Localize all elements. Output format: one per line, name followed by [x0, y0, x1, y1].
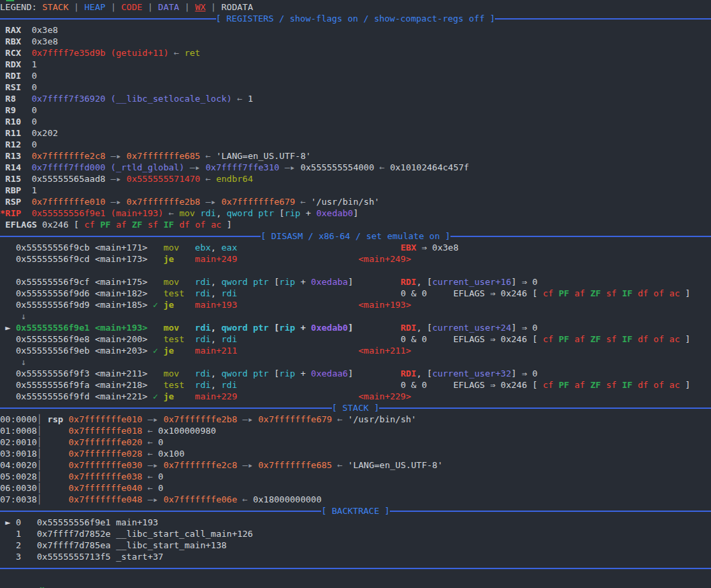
divider-line: [495, 18, 711, 20]
disasm-row: 0x55555556f9cf <main+175> mov rdi, qword…: [0, 276, 711, 288]
text-segment: [237, 334, 401, 344]
text-segment: [0, 197, 5, 207]
register-row: R12 0: [0, 139, 711, 150]
text-segment: [427, 380, 453, 390]
text-segment: 0 & 0: [401, 288, 427, 298]
text-segment: 03:0018: [0, 449, 37, 459]
text-segment: [21, 25, 32, 35]
text-segment: [42, 437, 69, 447]
text-segment: 0x7ffff7e35d9b (getuid+11): [32, 48, 169, 58]
register-row: EFLAGS 0x246 [ cf PF af ZF sf IF df of a…: [0, 219, 711, 230]
backtrace-header-title: [ BACKTRACE ]: [321, 505, 390, 517]
text-segment: [0, 117, 5, 127]
legend-line: LEGEND: STACK | HEAP | CODE | DATA | WX …: [0, 1, 711, 13]
text-segment: EFLAGS: [5, 220, 37, 230]
text-segment: [0, 94, 5, 104]
text-segment: [617, 380, 622, 390]
divider-line: [390, 511, 711, 512]
text-segment: 0: [158, 471, 164, 482]
text-segment: [142, 220, 147, 230]
text-segment: 06:0030: [0, 483, 37, 493]
backtrace-row: 3 0x5555555713f5 _start+37: [0, 551, 711, 562]
register-row: RBX 0x3e8: [0, 36, 711, 47]
disasm-row: ► 0x55555556f9e1 <main+193> mov rdi, qwo…: [0, 322, 711, 333]
text-segment: [42, 483, 69, 493]
disasm-row: 0x55555556f9d9 <main+185> ✓ je main+193 …: [0, 299, 711, 311]
text-segment: PF: [100, 220, 111, 230]
text-segment: ,: [211, 380, 222, 390]
divider-line: [0, 236, 261, 237]
text-segment: rdi: [200, 208, 215, 218]
text-segment: [664, 380, 669, 390]
text-segment: 1: [32, 185, 37, 195]
stack-row: 00:0000│ rsp 0x7fffffffe010 —▸ 0x7ffffff…: [0, 414, 711, 425]
text-segment: af: [574, 334, 585, 344]
text-segment: je: [164, 254, 195, 264]
text-segment: ZF: [132, 220, 143, 230]
text-segment: cf: [84, 220, 95, 230]
disasm-row: 0x55555556f9cd <main+173> je main+249 <m…: [0, 253, 711, 265]
text-segment: 0x10102464c457f: [390, 162, 469, 172]
text-segment: R14: [5, 162, 21, 172]
text-segment: rip: [285, 208, 300, 218]
text-segment: RBX: [5, 36, 21, 46]
stack-header-title: [ STACK ]: [332, 402, 379, 414]
text-segment: LEGEND:: [0, 2, 42, 12]
text-segment: 0x100: [158, 449, 184, 459]
text-segment: EBX: [401, 242, 416, 253]
text-segment: +: [300, 208, 316, 218]
text-segment: —▸: [200, 197, 221, 207]
text-segment: df: [638, 380, 648, 390]
text-segment: [21, 36, 32, 46]
text-segment: R15: [5, 174, 21, 184]
text-segment: cf: [543, 288, 553, 298]
text-segment: 0x55555556f9d6 <main+182>: [0, 288, 164, 298]
text-segment: [21, 82, 32, 92]
text-segment: —▸: [279, 162, 300, 172]
text-segment: [427, 288, 453, 298]
text-segment: ,: [211, 288, 222, 298]
register-row: RDI 0: [0, 70, 711, 81]
text-segment: |: [106, 2, 121, 12]
text-segment: [585, 380, 590, 390]
text-segment: je: [164, 300, 195, 310]
text-segment: [: [269, 277, 279, 287]
text-segment: RDX: [5, 59, 21, 69]
text-segment: rsp: [47, 414, 63, 424]
text-segment: mov: [164, 368, 195, 379]
text-segment: [0, 162, 5, 172]
text-segment: [0, 139, 5, 150]
text-segment: ZF: [590, 288, 601, 298]
text-segment: rdi: [195, 368, 211, 379]
text-segment: df: [179, 220, 190, 230]
text-segment: [237, 380, 401, 390]
text-segment: ←: [295, 197, 310, 207]
text-segment: ac: [669, 334, 680, 344]
text-segment: [42, 449, 69, 459]
text-segment: ►: [0, 323, 15, 333]
text-segment: ,: [211, 334, 222, 344]
text-segment: [632, 334, 638, 344]
text-segment: qword ptr: [222, 323, 269, 333]
divider-line: [379, 407, 711, 409]
text-segment: 'LANG=en_US.UTF-8': [216, 151, 311, 161]
text-segment: PF: [559, 380, 570, 390]
text-segment: of: [654, 334, 665, 344]
text-segment: 0x7fffffffe030: [69, 460, 143, 470]
text-segment: [63, 414, 69, 424]
text-segment: main+193: [195, 300, 238, 310]
register-row: RCX 0x7ffff7e35d9b (getuid+11) ← ret: [0, 47, 711, 59]
text-segment: [237, 288, 401, 298]
text-segment: ,: [211, 277, 222, 287]
text-segment: [237, 391, 358, 401]
text-segment: [21, 71, 32, 81]
text-segment: 0x5555555713f5 _start+37: [37, 552, 164, 562]
command-prompt[interactable]: pwndbg>: [0, 574, 711, 585]
text-segment: df: [638, 288, 648, 298]
text-segment: [237, 300, 358, 310]
text-segment: ↓: [21, 357, 26, 367]
text-segment: [158, 391, 164, 401]
text-segment: │: [37, 460, 42, 470]
text-segment: [553, 334, 559, 344]
text-segment: ,: [216, 208, 227, 218]
